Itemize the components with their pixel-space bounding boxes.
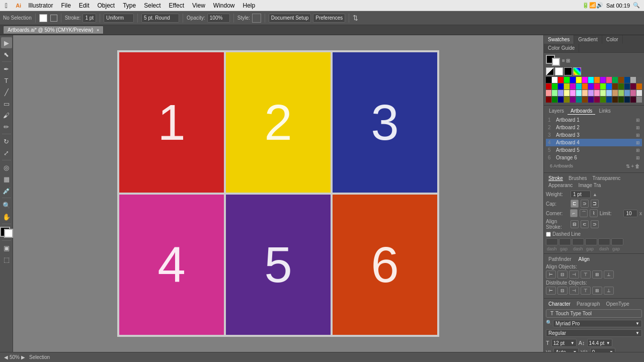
pencil-tool[interactable]: ✏ <box>1 121 12 132</box>
color-swatch[interactable] <box>594 97 600 103</box>
fill-stroke-selector[interactable] <box>0 227 13 238</box>
font-dropdown-icon[interactable]: ▼ <box>635 321 639 326</box>
align-right[interactable]: ⊣ <box>569 270 579 279</box>
tab-links[interactable]: Links <box>596 108 613 115</box>
artboard-item-3[interactable]: 3 Artboard 3 ⊞ <box>546 131 642 139</box>
tab-close-button[interactable]: × <box>97 28 99 33</box>
menu-edit[interactable]: Edit <box>75 2 94 9</box>
color-swatch[interactable] <box>570 90 576 96</box>
color-swatch[interactable] <box>630 77 636 83</box>
dist-top[interactable]: ⊤ <box>581 287 591 295</box>
tab-appearance[interactable]: Appearanc <box>546 182 575 189</box>
color-swatch[interactable] <box>624 97 630 103</box>
opacity-value[interactable]: 100% <box>207 14 230 23</box>
artboard-5[interactable]: 5 <box>226 195 331 335</box>
artboard-item-4[interactable]: 4 Artboard 4 ⊞ <box>546 139 642 146</box>
apple-menu[interactable]:  <box>0 2 13 10</box>
color-swatch[interactable] <box>588 77 594 83</box>
color-swatch[interactable] <box>588 83 594 89</box>
style-swatch[interactable] <box>252 14 261 23</box>
color-swatch[interactable] <box>588 90 594 96</box>
color-swatch[interactable] <box>594 83 600 89</box>
zoom-level[interactable]: 50% <box>10 354 20 360</box>
ab-options-icon[interactable]: ⊞ <box>636 118 640 123</box>
tab-align[interactable]: Align <box>576 256 592 262</box>
color-swatch[interactable] <box>636 83 642 89</box>
cap-butt[interactable]: ⊏ <box>571 200 579 208</box>
align-outside[interactable]: ⊃ <box>591 220 599 228</box>
style-dropdown-icon[interactable]: ▼ <box>635 331 639 335</box>
gradient-swatch[interactable] <box>573 67 581 75</box>
dist-left[interactable]: ⊢ <box>546 287 556 295</box>
color-swatch[interactable] <box>594 77 600 83</box>
color-swatch[interactable] <box>564 77 570 83</box>
color-swatch[interactable] <box>618 90 624 96</box>
color-swatch[interactable] <box>558 77 564 83</box>
cap-round[interactable]: ⊃ <box>581 200 589 208</box>
color-swatch[interactable] <box>600 77 606 83</box>
color-swatch[interactable] <box>570 97 576 103</box>
ab-options-icon[interactable]: ⊞ <box>636 140 640 145</box>
blend-tool[interactable]: ◎ <box>1 162 12 173</box>
screen-mode[interactable]: ⬚ <box>1 254 12 265</box>
artboard-6[interactable]: 6 <box>333 195 437 335</box>
color-swatch[interactable] <box>546 97 551 103</box>
color-swatch[interactable] <box>624 90 630 96</box>
menu-type[interactable]: Type <box>119 2 140 9</box>
color-swatch[interactable] <box>612 90 618 96</box>
tab-gradient[interactable]: Gradient <box>574 35 602 44</box>
color-swatch[interactable] <box>546 83 551 89</box>
dash3[interactable] <box>598 238 610 245</box>
tab-stroke[interactable]: Stroke <box>546 175 566 182</box>
color-swatch[interactable] <box>576 90 582 96</box>
rotate-tool[interactable]: ↻ <box>1 136 12 147</box>
align-inside[interactable]: ⊂ <box>581 220 589 228</box>
menu-object[interactable]: Object <box>94 2 119 9</box>
stroke-box[interactable] <box>4 229 13 238</box>
color-swatch[interactable] <box>600 97 606 103</box>
scale-tool[interactable]: ⤢ <box>1 147 12 158</box>
panel-options-icon[interactable]: ⊞ <box>566 58 570 63</box>
menu-help[interactable]: Help <box>239 2 260 9</box>
pen-tool[interactable]: ✒ <box>1 63 12 74</box>
none-swatch[interactable] <box>546 67 554 75</box>
color-swatch[interactable] <box>624 77 630 83</box>
color-swatch[interactable] <box>624 83 630 89</box>
align-center-v[interactable]: ⊞ <box>592 270 602 279</box>
color-swatch[interactable] <box>582 97 588 103</box>
kerning-stepper-icon[interactable]: ▼ <box>609 350 613 352</box>
font-style-field[interactable]: Regular ▼ <box>546 329 642 337</box>
artboard-1[interactable]: 1 <box>119 52 224 193</box>
rectangle-tool[interactable]: ▭ <box>1 98 12 109</box>
artboard-item-5[interactable]: 5 Artboard 5 ⊞ <box>546 146 642 154</box>
gap3[interactable] <box>611 238 623 245</box>
color-swatch[interactable] <box>600 90 606 96</box>
color-swatch[interactable] <box>552 90 557 96</box>
color-swatch[interactable] <box>576 83 582 89</box>
tab-image-trace[interactable]: Image Tra <box>576 182 603 189</box>
dist-right[interactable]: ⊣ <box>569 287 579 295</box>
tracking-stepper-icon[interactable]: ▼ <box>573 350 577 352</box>
font-size-input[interactable]: 12 pt ▼ <box>551 339 577 347</box>
artboard-item-6[interactable]: 6 Orange 6 ⊞ <box>546 154 642 161</box>
tab-artboards[interactable]: Artboards <box>568 108 595 115</box>
zoom-tool[interactable]: 🔍 <box>1 200 12 211</box>
menu-window[interactable]: Window <box>209 2 239 9</box>
background-color[interactable] <box>552 58 560 66</box>
arrange-icon[interactable]: ⇅ <box>353 14 358 22</box>
artboard-4[interactable]: 4 <box>119 195 224 335</box>
tab-opentype[interactable]: OpenType <box>604 301 632 307</box>
type-tool[interactable]: T <box>1 75 12 86</box>
color-swatch[interactable] <box>612 97 618 103</box>
artboard-add-icon[interactable]: + <box>631 163 634 169</box>
black-swatch[interactable] <box>564 67 572 75</box>
align-bottom[interactable]: ⊥ <box>604 270 614 279</box>
kerning-input[interactable]: 0 ▼ <box>590 348 615 352</box>
color-swatch[interactable] <box>606 83 612 89</box>
hand-tool[interactable]: ✋ <box>1 211 12 222</box>
color-swatch[interactable] <box>582 83 588 89</box>
tab-pathfinder[interactable]: Pathfinder <box>546 256 574 262</box>
limit-value[interactable]: 10 <box>623 210 637 217</box>
color-swatch[interactable] <box>612 77 618 83</box>
leading-stepper-icon[interactable]: ▼ <box>606 341 610 345</box>
